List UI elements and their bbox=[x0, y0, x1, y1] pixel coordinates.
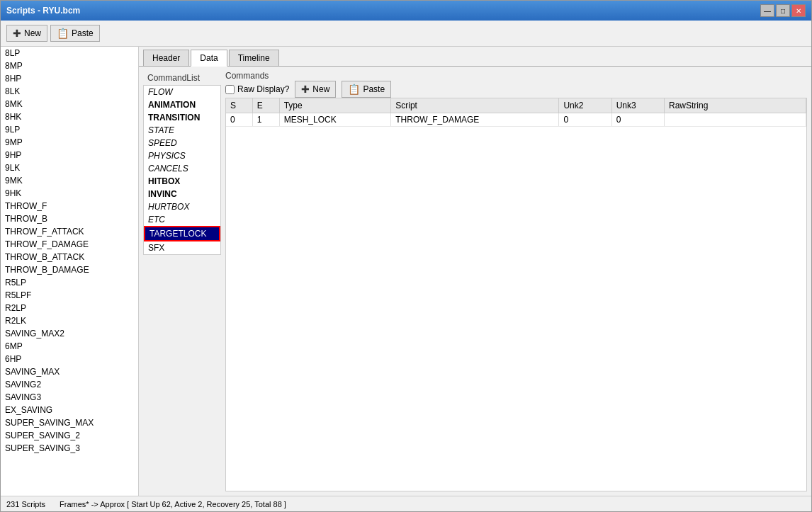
paste-icon: 📋 bbox=[57, 28, 69, 39]
main-toolbar: ✚ New 📋 Paste bbox=[1, 21, 811, 47]
col-e: E bbox=[252, 98, 279, 113]
script-list-item[interactable]: 9MK bbox=[1, 174, 138, 187]
script-list-item[interactable]: 8HP bbox=[1, 72, 138, 85]
script-list-item[interactable]: 9LK bbox=[1, 161, 138, 174]
cmd-paste-icon: 📋 bbox=[348, 84, 360, 95]
script-list-item[interactable]: 8MK bbox=[1, 98, 138, 110]
cmd-new-icon: ✚ bbox=[301, 84, 310, 95]
cell-rawstring bbox=[665, 113, 806, 127]
frames-info: Frames* -> Approx [ Start Up 62, Active … bbox=[60, 500, 286, 508]
table-header: S E Type Script Unk2 Unk3 RawString bbox=[226, 98, 806, 113]
script-list[interactable]: 8LP8MP8HP8LK8MK8HK9LP9MP9HP9LK9MK9HKTHRO… bbox=[1, 47, 138, 496]
script-list-item[interactable]: 6HP bbox=[1, 353, 138, 365]
window-title: Scripts - RYU.bcm bbox=[6, 6, 80, 16]
table-row[interactable]: 0 1 MESH_LOCK THROW_F_DAMAGE 0 0 bbox=[226, 113, 806, 127]
tab-header[interactable]: Header bbox=[143, 50, 189, 66]
title-bar-buttons: — □ ✕ bbox=[760, 4, 806, 17]
cmd-list-item[interactable]: TARGETLOCK bbox=[144, 226, 220, 241]
commands-table-container[interactable]: S E Type Script Unk2 Unk3 RawString bbox=[225, 98, 807, 491]
col-unk2: Unk2 bbox=[559, 98, 611, 113]
script-list-item[interactable]: 8LK bbox=[1, 85, 138, 98]
tab-content-data: CommandList FLOWANIMATIONTRANSITIONSTATE… bbox=[139, 67, 811, 496]
script-list-item[interactable]: R5LP bbox=[1, 276, 138, 289]
panel-inner: CommandList FLOWANIMATIONTRANSITIONSTATE… bbox=[143, 71, 807, 491]
cmd-list-item[interactable]: ETC bbox=[144, 213, 220, 226]
script-list-item[interactable]: SAVING_MAX2 bbox=[1, 327, 138, 340]
script-list-item[interactable]: EX_SAVING bbox=[1, 404, 138, 416]
script-list-item[interactable]: THROW_F_DAMAGE bbox=[1, 238, 138, 251]
command-list-label: CommandList bbox=[143, 71, 221, 85]
script-list-item[interactable]: SUPER_SAVING_MAX bbox=[1, 416, 138, 429]
tab-timeline[interactable]: Timeline bbox=[229, 50, 279, 66]
right-panel: Header Data Timeline CommandList FLO bbox=[139, 47, 811, 496]
script-list-item[interactable]: THROW_B_ATTACK bbox=[1, 251, 138, 263]
col-rawstring: RawString bbox=[665, 98, 806, 113]
scripts-count: 231 Scripts bbox=[6, 500, 45, 508]
cmd-paste-button[interactable]: 📋 Paste bbox=[342, 81, 391, 98]
raw-display-checkbox[interactable] bbox=[225, 85, 235, 94]
script-list-item[interactable]: SUPER_SAVING_2 bbox=[1, 429, 138, 442]
raw-display-container: Raw Display? bbox=[225, 84, 289, 94]
col-s: S bbox=[226, 98, 252, 113]
main-content: 8LP8MP8HP8LK8MK8HK9LP9MP9HP9LK9MK9HKTHRO… bbox=[1, 47, 811, 496]
cell-type: MESH_LOCK bbox=[279, 113, 391, 127]
cmd-list-item[interactable]: SFX bbox=[144, 241, 220, 254]
paste-button[interactable]: 📋 Paste bbox=[50, 25, 100, 42]
cell-unk3: 0 bbox=[611, 113, 664, 127]
commands-label: Commands bbox=[225, 71, 807, 81]
col-type: Type bbox=[279, 98, 391, 113]
script-list-item[interactable]: R2LK bbox=[1, 314, 138, 327]
raw-display-label: Raw Display? bbox=[237, 84, 289, 94]
script-list-item[interactable]: 8HK bbox=[1, 110, 138, 123]
script-list-item[interactable]: THROW_B_DAMAGE bbox=[1, 263, 138, 276]
cell-unk2: 0 bbox=[559, 113, 611, 127]
cmd-list-item[interactable]: SPEED bbox=[144, 137, 220, 149]
table-body: 0 1 MESH_LOCK THROW_F_DAMAGE 0 0 bbox=[226, 113, 806, 127]
status-bar: 231 Scripts Frames* -> Approx [ Start Up… bbox=[1, 496, 811, 511]
script-list-item[interactable]: 9LP bbox=[1, 123, 138, 136]
cmd-new-button[interactable]: ✚ New bbox=[295, 81, 336, 98]
script-list-item[interactable]: SAVING3 bbox=[1, 391, 138, 404]
col-script: Script bbox=[391, 98, 559, 113]
cmd-list-item[interactable]: FLOW bbox=[144, 86, 220, 98]
script-list-item[interactable]: THROW_F_ATTACK bbox=[1, 225, 138, 238]
script-list-item[interactable]: SAVING_MAX bbox=[1, 365, 138, 378]
script-list-item[interactable]: 6MP bbox=[1, 340, 138, 353]
cmd-list-item[interactable]: PHYSICS bbox=[144, 149, 220, 162]
script-list-item[interactable]: SUPER_SAVING_3 bbox=[1, 442, 138, 455]
script-list-item[interactable]: 9MP bbox=[1, 136, 138, 149]
command-list-panel[interactable]: FLOWANIMATIONTRANSITIONSTATESPEEDPHYSICS… bbox=[143, 85, 221, 255]
commands-table: S E Type Script Unk2 Unk3 RawString bbox=[226, 98, 806, 127]
title-bar: Scripts - RYU.bcm — □ ✕ bbox=[1, 1, 811, 21]
cmd-list-item[interactable]: HURTBOX bbox=[144, 200, 220, 213]
cmd-list-item[interactable]: TRANSITION bbox=[144, 111, 220, 124]
main-window: Scripts - RYU.bcm — □ ✕ ✚ New 📋 Paste 8L… bbox=[0, 0, 812, 512]
script-list-item[interactable]: SAVING2 bbox=[1, 378, 138, 391]
script-list-item[interactable]: THROW_F bbox=[1, 200, 138, 212]
table-header-row: S E Type Script Unk2 Unk3 RawString bbox=[226, 98, 806, 113]
cmd-list-item[interactable]: CANCELS bbox=[144, 162, 220, 175]
cmd-list-item[interactable]: INVINC bbox=[144, 188, 220, 200]
new-icon: ✚ bbox=[13, 28, 21, 39]
script-list-item[interactable]: 9HK bbox=[1, 187, 138, 200]
col-unk3: Unk3 bbox=[611, 98, 664, 113]
tab-data[interactable]: Data bbox=[191, 50, 227, 67]
commands-area: Commands Raw Display? ✚ New 📋 bbox=[225, 71, 807, 491]
script-list-item[interactable]: THROW_B bbox=[1, 212, 138, 225]
script-list-item[interactable]: 8LP bbox=[1, 47, 138, 59]
cmd-list-item[interactable]: ANIMATION bbox=[144, 98, 220, 111]
cell-script: THROW_F_DAMAGE bbox=[391, 113, 559, 127]
script-list-item[interactable]: R2LP bbox=[1, 302, 138, 314]
script-list-item[interactable]: R5LPF bbox=[1, 289, 138, 302]
cmd-list-item[interactable]: STATE bbox=[144, 124, 220, 137]
script-list-item[interactable]: 9HP bbox=[1, 149, 138, 161]
minimize-button[interactable]: — bbox=[760, 4, 774, 17]
maximize-button[interactable]: □ bbox=[776, 4, 790, 17]
close-button[interactable]: ✕ bbox=[791, 4, 806, 17]
cmd-list-item[interactable]: HITBOX bbox=[144, 175, 220, 188]
new-button[interactable]: ✚ New bbox=[6, 25, 47, 42]
left-panel: 8LP8MP8HP8LK8MK8HK9LP9MP9HP9LK9MK9HKTHRO… bbox=[1, 47, 139, 496]
cell-s: 0 bbox=[226, 113, 252, 127]
script-list-item[interactable]: 8MP bbox=[1, 59, 138, 72]
tabs-bar: Header Data Timeline bbox=[139, 47, 811, 67]
